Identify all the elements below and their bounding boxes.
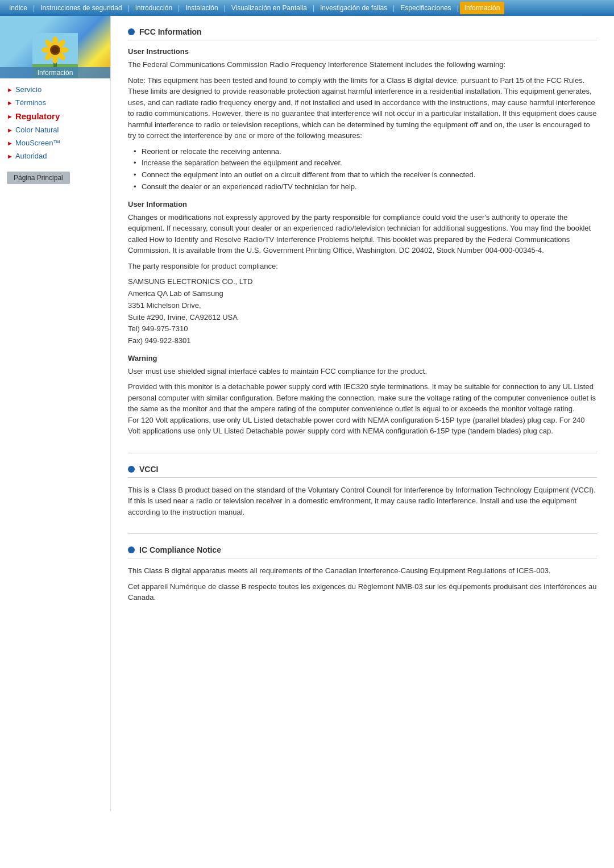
- bullet-4: Consult the dealer or an experienced rad…: [134, 181, 597, 193]
- nav-instalacion[interactable]: Instalación: [181, 2, 222, 14]
- vcci-title-text: VCCI: [139, 465, 158, 474]
- fcc-section: FCC Information User Instructions The Fe…: [128, 27, 597, 437]
- sidebar-item-color-natural[interactable]: ► Color Natural: [0, 123, 110, 136]
- arrow-icon-servicio: ►: [7, 86, 13, 93]
- ic-text-1: This Class B digital apparatus meets all…: [128, 565, 597, 577]
- nav-investigacion[interactable]: Investigación de fallas: [316, 2, 392, 14]
- sidebar-image: Información: [0, 16, 110, 78]
- arrow-icon-color-natural: ►: [7, 127, 13, 133]
- user-instructions-title: User Instructions: [128, 47, 597, 56]
- sidebar-item-regulatory[interactable]: ► Regulatory: [0, 109, 110, 123]
- vcci-dot-icon: [128, 466, 135, 473]
- user-information-text: Changes or modifications not expressly a…: [128, 212, 597, 256]
- fcc-title-text: FCC Information: [139, 27, 202, 36]
- vcci-section-title: VCCI: [128, 465, 597, 478]
- address-block: SAMSUNG ELECTRONICS CO., LTD America QA …: [128, 276, 597, 347]
- arrow-icon-autoridad: ►: [7, 153, 13, 160]
- sidebar-nav: ► Servicio ► Términos ► Regulatory ► Col…: [0, 78, 110, 167]
- nav-sep-5: |: [313, 4, 314, 12]
- home-button[interactable]: Página Principal: [7, 172, 70, 184]
- ic-section: IC Compliance Notice This Class B digita…: [128, 545, 597, 603]
- top-navigation: Indice | Instrucciones de seguridad | In…: [0, 0, 614, 16]
- nav-sep-3: |: [178, 4, 180, 12]
- note-text: Note: This equipment has been tested and…: [128, 75, 597, 141]
- ic-dot-icon: [128, 546, 135, 553]
- nav-introduccion[interactable]: Introducción: [131, 2, 177, 14]
- nav-especificaciones[interactable]: Especificaciones: [396, 2, 455, 14]
- sidebar-label-terminos: Términos: [15, 98, 46, 107]
- warning-text: User must use shielded signal interface …: [128, 366, 597, 377]
- divider-1: [128, 453, 597, 453]
- fcc-bullets: Reorient or relocate the receiving anten…: [128, 146, 597, 193]
- sidebar-item-terminos[interactable]: ► Términos: [0, 96, 110, 109]
- user-instructions-text: The Federal Communications Commission Ra…: [128, 59, 597, 70]
- nav-sep-6: |: [393, 4, 395, 12]
- sidebar-label-servicio: Servicio: [15, 85, 42, 94]
- nav-indice[interactable]: Indice: [5, 2, 32, 14]
- nav-sep-2: |: [128, 4, 130, 12]
- fcc-dot-icon: [128, 28, 135, 35]
- sidebar-label-autoridad: Autoridad: [15, 152, 47, 160]
- arrow-icon-terminos: ►: [7, 99, 13, 106]
- sidebar-label-regulatory: Regulatory: [15, 111, 60, 121]
- party-text: The party responsible for product compli…: [128, 261, 597, 272]
- nav-informacion[interactable]: Información: [460, 2, 505, 14]
- ic-section-title: IC Compliance Notice: [128, 545, 597, 558]
- bullet-1: Reorient or relocate the receiving anten…: [134, 146, 597, 158]
- sidebar: Información ► Servicio ► Términos ► Regu…: [0, 16, 111, 811]
- fcc-section-title: FCC Information: [128, 27, 597, 40]
- bullet-3: Connect the equipment into an outlet on …: [134, 169, 597, 181]
- svg-point-12: [52, 47, 59, 53]
- user-information-title: User Information: [128, 200, 597, 208]
- power-cord-text: Provided with this monitor is a detachab…: [128, 381, 597, 437]
- divider-2: [128, 533, 597, 534]
- arrow-icon-regulatory: ►: [7, 113, 13, 120]
- nav-sep-1: |: [33, 4, 35, 12]
- sidebar-item-autoridad[interactable]: ► Autoridad: [0, 149, 110, 162]
- arrow-icon-mouscreen: ►: [7, 140, 13, 147]
- sidebar-item-servicio[interactable]: ► Servicio: [0, 83, 110, 96]
- sidebar-image-label: Información: [0, 67, 110, 78]
- nav-sep-4: |: [224, 4, 226, 12]
- sidebar-item-mouscreen[interactable]: ► MouScreen™: [0, 136, 110, 149]
- bullet-2: Increase the separation between the equi…: [134, 157, 597, 169]
- main-layout: Información ► Servicio ► Términos ► Regu…: [0, 16, 614, 811]
- nav-sep-7: |: [457, 4, 459, 12]
- main-content: FCC Information User Instructions The Fe…: [111, 16, 614, 811]
- nav-instrucciones[interactable]: Instrucciones de seguridad: [36, 2, 126, 14]
- vcci-text: This is a Class B product based on the s…: [128, 485, 597, 518]
- sidebar-label-mouscreen: MouScreen™: [15, 139, 60, 147]
- vcci-section: VCCI This is a Class B product based on …: [128, 465, 597, 518]
- sidebar-label-color-natural: Color Natural: [15, 126, 59, 134]
- ic-title-text: IC Compliance Notice: [139, 545, 221, 554]
- ic-text-2: Cet appareil Numérique de classe B respe…: [128, 581, 597, 603]
- warning-title: Warning: [128, 354, 597, 362]
- nav-visualizacion[interactable]: Visualización en Pantalla: [227, 2, 312, 14]
